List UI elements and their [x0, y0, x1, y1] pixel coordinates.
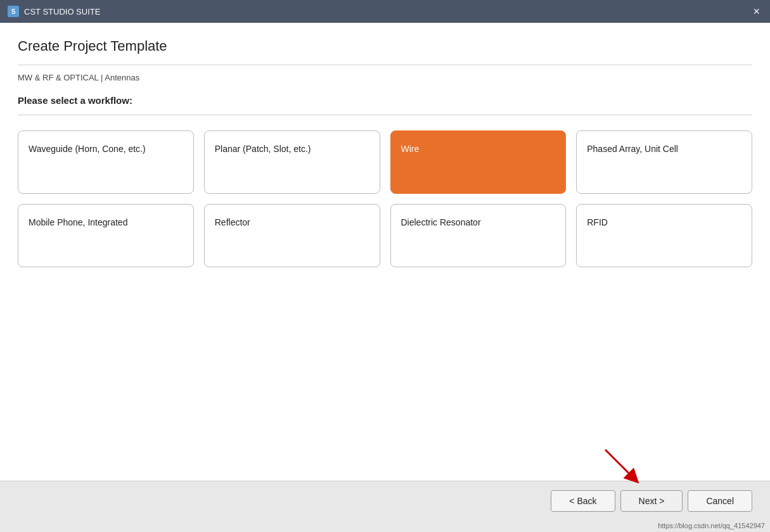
cancel-button[interactable]: Cancel	[688, 490, 752, 512]
section-divider	[18, 115, 752, 115]
title-bar-left: S CST STUDIO SUITE	[8, 6, 100, 17]
workflow-grid: Waveguide (Horn, Cone, etc.)Planar (Patc…	[18, 130, 752, 267]
next-button[interactable]: Next >	[620, 490, 683, 512]
workflow-card-rfid[interactable]: RFID	[576, 204, 752, 267]
workflow-card-dielectric[interactable]: Dielectric Resonator	[390, 204, 567, 267]
workflow-card-waveguide[interactable]: Waveguide (Horn, Cone, etc.)	[18, 130, 194, 194]
workflow-card-planar[interactable]: Planar (Patch, Slot, etc.)	[204, 130, 380, 194]
workflow-card-reflector[interactable]: Reflector	[204, 204, 380, 267]
page-title: Create Project Template	[18, 38, 752, 54]
title-bar: S CST STUDIO SUITE ×	[0, 0, 770, 23]
app-title: CST STUDIO SUITE	[24, 7, 100, 16]
bottom-content: < Back Next > Cancel	[0, 481, 770, 521]
close-button[interactable]: ×	[750, 6, 762, 17]
workflow-card-phased-array[interactable]: Phased Array, Unit Cell	[576, 130, 752, 194]
app-icon: S	[8, 6, 19, 17]
workflow-card-mobile-phone[interactable]: Mobile Phone, Integrated	[18, 204, 194, 267]
breadcrumb: MW & RF & OPTICAL | Antennas	[18, 73, 752, 82]
title-divider	[18, 65, 752, 65]
content-area: Create Project Template MW & RF & OPTICA…	[0, 23, 770, 481]
section-title: Please select a workflow:	[18, 95, 752, 106]
url-bar: https://blog.csdn.net/qq_41542947	[0, 521, 770, 532]
workflow-card-wire[interactable]: Wire	[390, 130, 567, 194]
main-window: S CST STUDIO SUITE × Create Project Temp…	[0, 0, 770, 532]
bottom-area: < Back Next > Cancel	[0, 481, 770, 521]
back-button[interactable]: < Back	[551, 490, 615, 512]
